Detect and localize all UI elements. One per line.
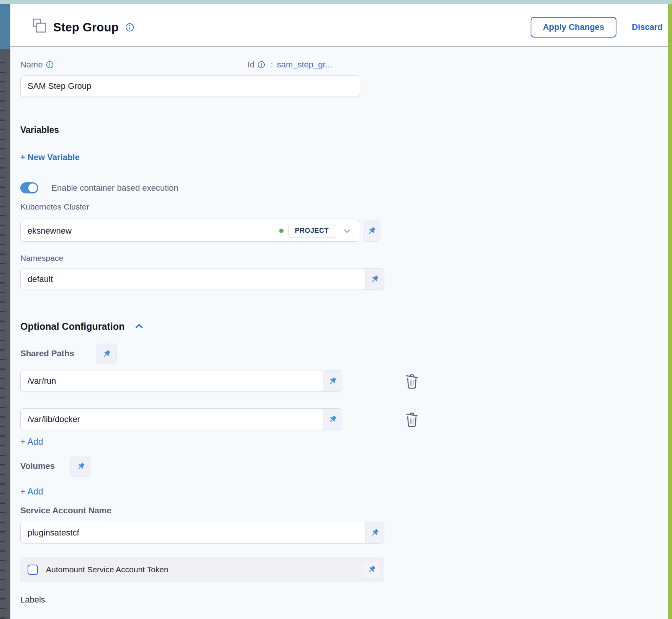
step-group-icon <box>32 18 48 34</box>
labels-label: Labels <box>20 595 45 605</box>
apply-changes-button[interactable]: Apply Changes <box>531 17 616 38</box>
shared-path-row <box>20 408 342 430</box>
kubernetes-cluster-pin-button[interactable] <box>363 220 380 242</box>
service-account-input[interactable] <box>21 522 366 543</box>
name-label-row: Name <box>20 60 54 70</box>
right-green-gutter[interactable] <box>668 4 672 619</box>
id-row: Id : sam_step_gr... <box>247 60 332 70</box>
shared-paths-label: Shared Paths <box>20 349 74 359</box>
id-separator: : <box>270 60 273 69</box>
step-group-panel: Step Group Apply Changes Discard Name Id… <box>0 0 672 619</box>
top-teal-bar <box>0 0 672 4</box>
volumes-pin-button[interactable] <box>70 456 91 477</box>
automount-pin-button[interactable] <box>363 561 380 578</box>
variables-title: Variables <box>20 125 59 135</box>
namespace-input[interactable] <box>21 269 366 290</box>
container-execution-row: Enable container based execution <box>20 182 178 193</box>
shared-paths-pin-button[interactable] <box>96 344 117 364</box>
add-shared-path-link[interactable]: + Add <box>20 437 43 447</box>
shared-path-input[interactable] <box>21 370 323 391</box>
scope-badge: PROJECT <box>288 224 335 238</box>
shared-path-input[interactable] <box>21 409 323 430</box>
service-account-label: Service Account Name <box>20 506 111 516</box>
pin-icon <box>102 349 111 359</box>
automount-token-label: Automount Service Account Token <box>46 565 168 574</box>
automount-token-checkbox[interactable] <box>28 565 38 575</box>
left-panel-minimap <box>0 54 5 619</box>
id-info-icon[interactable] <box>257 61 265 69</box>
left-panel-highlight <box>0 4 10 49</box>
automount-token-row: Automount Service Account Token <box>20 557 384 582</box>
add-volume-link[interactable]: + Add <box>20 486 43 497</box>
chevron-down-icon[interactable] <box>342 226 352 236</box>
namespace-pin-button[interactable] <box>366 269 384 290</box>
title-info-icon[interactable] <box>125 23 134 32</box>
id-label: Id <box>247 60 254 69</box>
pin-icon <box>370 275 379 284</box>
delete-shared-path-icon[interactable] <box>405 411 419 428</box>
page-title: Step Group <box>53 21 119 34</box>
container-execution-label: Enable container based execution <box>51 183 178 193</box>
service-account-pin-button[interactable] <box>366 522 384 543</box>
discard-button[interactable]: Discard <box>632 22 663 32</box>
optional-configuration-title: Optional Configuration <box>20 321 125 332</box>
collapse-chevron-up-icon[interactable] <box>134 321 144 331</box>
toggle-knob <box>28 183 37 192</box>
id-value[interactable]: sam_step_gr... <box>277 60 332 69</box>
kubernetes-cluster-value: eksnewnew <box>21 226 279 236</box>
kubernetes-cluster-label: Kubernetes Cluster <box>20 202 89 211</box>
name-label: Name <box>20 60 43 69</box>
volumes-label: Volumes <box>20 461 55 471</box>
name-input[interactable] <box>20 75 360 97</box>
kubernetes-cluster-select[interactable]: eksnewnew PROJECT <box>20 220 360 242</box>
shared-path-pin-button[interactable] <box>323 409 342 430</box>
panel-header: Step Group Apply Changes Discard <box>10 4 668 47</box>
container-execution-toggle[interactable] <box>20 182 38 193</box>
pin-icon <box>370 528 379 537</box>
optional-configuration-row: Optional Configuration <box>20 321 144 332</box>
collapsed-left-panel[interactable] <box>0 4 10 619</box>
pin-icon <box>76 462 85 471</box>
shared-path-row <box>20 370 342 392</box>
pin-icon <box>328 415 337 424</box>
namespace-field <box>20 268 384 290</box>
name-info-icon[interactable] <box>46 61 54 69</box>
shared-path-pin-button[interactable] <box>323 370 342 391</box>
connector-status-dot <box>279 229 284 233</box>
new-variable-link[interactable]: + New Variable <box>20 152 80 162</box>
pin-icon <box>328 377 337 386</box>
namespace-label: Namespace <box>20 254 63 263</box>
pin-icon <box>367 226 376 236</box>
delete-shared-path-icon[interactable] <box>405 372 419 390</box>
service-account-field <box>20 522 384 544</box>
pin-icon <box>367 565 376 574</box>
